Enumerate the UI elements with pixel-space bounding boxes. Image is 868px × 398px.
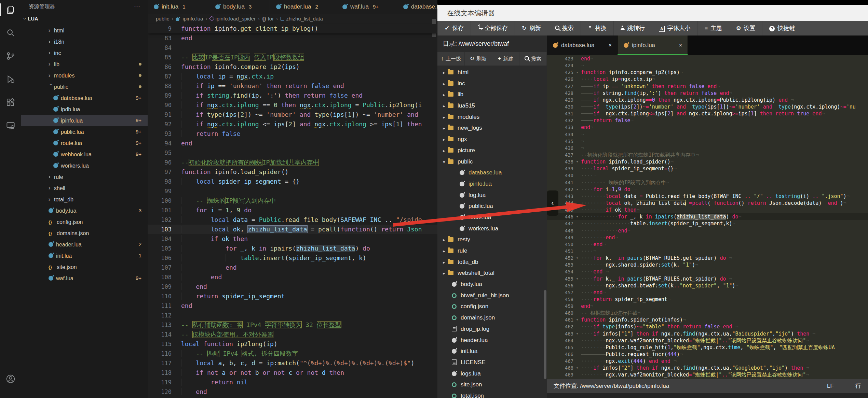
breadcrumb-item[interactable]: public <box>156 16 169 22</box>
server-tree-item-totla_db[interactable]: ▸totla_db <box>437 257 547 268</box>
source-control-icon[interactable] <box>4 49 17 63</box>
code-area-left[interactable]: 83end8485-- 比较IP是否在IP段内 传入IP段整数数组86funct… <box>148 33 437 397</box>
server-tree-item-total.json[interactable]: total.json <box>437 390 547 398</box>
collapse-panel-handle[interactable]: ‹ <box>547 190 558 216</box>
file-location: 文件位置: /www/server/btwaf/public/ipinfo.lu… <box>554 383 669 389</box>
toolbar-button-刷新[interactable]: ↻刷新 <box>515 21 548 35</box>
toolbar-button-替换[interactable]: 替换 <box>581 21 614 35</box>
server-tree-item-site.json[interactable]: site.json <box>437 379 547 390</box>
sidebar-item-config.json[interactable]: {}config.json <box>21 216 148 227</box>
extensions-icon[interactable] <box>4 96 17 109</box>
server-tree-item-public[interactable]: ▾public <box>437 156 547 168</box>
toolbar-button-快捷键[interactable]: ?快捷键 <box>762 21 802 35</box>
server-tree-item-modules[interactable]: ▸modules <box>437 112 547 123</box>
breadcrumb-item[interactable]: ipinfo.load_spider <box>215 16 256 22</box>
code-area-right[interactable]: 423end¬424¬425▾function ipinfo.compare_i… <box>547 55 868 379</box>
close-icon[interactable]: × <box>679 35 682 55</box>
run-debug-icon[interactable] <box>4 72 17 86</box>
server-tree-item-new_logs[interactable]: ▸new_logs <box>437 123 547 134</box>
sidebar-item-header.lua[interactable]: header.lua2 <box>21 239 148 250</box>
server-tree-item-LICENSE[interactable]: LICENSE <box>437 357 547 368</box>
server-tree-item-public.lua[interactable]: public.lua <box>437 201 547 212</box>
sidebar-item-body.lua[interactable]: body.lua3 <box>21 205 148 216</box>
sidebar-item-lib[interactable]: ›lib <box>21 58 148 70</box>
server-tree-item-config.json[interactable]: config.json <box>437 301 547 312</box>
server-tree-item-domains.json[interactable]: domains.json <box>437 312 547 324</box>
toolbar-button-搜索[interactable]: 搜索 <box>548 21 581 35</box>
sidebar-item-total_db[interactable]: ›total_db <box>21 194 148 205</box>
tree-toolbar-button-搜索[interactable]: 搜索 <box>519 52 547 66</box>
sidebar-item-shell[interactable]: ›shell <box>21 182 148 194</box>
server-tree-item-html[interactable]: ▸html <box>437 67 547 78</box>
server-tree-item-rule[interactable]: ▸rule <box>437 245 547 257</box>
server-tree-item-header.lua[interactable]: header.lua <box>437 335 547 346</box>
online-code-editor[interactable]: database.lua×ipinfo.lua× 423end¬424¬425▾… <box>547 35 868 398</box>
breadcrumb[interactable]: public› ipinfo.lua›ipinfo.load_spider›{}… <box>148 14 437 24</box>
server-tree-item-body.lua[interactable]: body.lua <box>437 279 547 290</box>
explorer-icon[interactable] <box>4 3 17 16</box>
server-tree-item-ngx[interactable]: ▸ngx <box>437 134 547 145</box>
sidebar-item-public.lua[interactable]: public.lua9+ <box>21 126 148 137</box>
editor-tab-header.lua[interactable]: header.lua2 <box>270 0 336 14</box>
server-tree-item-inc[interactable]: ▸inc <box>437 78 547 89</box>
editor-tab-body.lua[interactable]: body.lua3 <box>209 0 270 14</box>
sidebar-item-ipdb.lua[interactable]: ipdb.lua <box>21 103 148 115</box>
tree-toolbar-button-上一级[interactable]: ↑上一级 <box>437 52 465 66</box>
sidebar-item-modules[interactable]: ›modules <box>21 70 148 81</box>
line-indicator[interactable]: 行444 <box>855 379 868 393</box>
toolbar-button-主题[interactable]: ≡主题 <box>698 21 729 35</box>
tree-toolbar-button-新建[interactable]: +新建 <box>492 52 519 66</box>
search-icon[interactable] <box>4 26 17 40</box>
sidebar-section-lua[interactable]: ›LUA <box>21 13 148 25</box>
server-tree-item-route.lua[interactable]: route.lua <box>437 212 547 223</box>
sidebar-item-html[interactable]: ›html <box>21 25 148 36</box>
sidebar-item-site.json[interactable]: {}site.json <box>21 261 148 272</box>
sidebar-item-domains.json[interactable]: {}domains.json <box>21 227 148 239</box>
sidebar-item-waf.lua[interactable]: waf.lua9+ <box>21 272 148 284</box>
account-icon[interactable] <box>4 372 17 386</box>
server-tree-item-logs.lua[interactable]: logs.lua <box>437 368 547 380</box>
code-editor-left[interactable]: init.lua1body.lua3header.lua2waf.lua9+da… <box>148 0 437 398</box>
online-tab-database.lua[interactable]: database.lua× <box>547 35 618 55</box>
sidebar-item-i18n[interactable]: ›i18n <box>21 36 148 47</box>
tree-scrollbar[interactable] <box>544 290 546 379</box>
server-tree-item-resty[interactable]: ▸resty <box>437 234 547 245</box>
server-tree-item-btwaf_rule_hit.json[interactable]: btwaf_rule_hit.json <box>437 290 547 301</box>
server-tree-item-lua515[interactable]: ▸lua515 <box>437 100 547 112</box>
sidebar-item-webhook.lua[interactable]: webhook.lua9+ <box>21 148 148 160</box>
eol-indicator[interactable]: LF <box>827 379 834 393</box>
sidebar-item-workers.lua[interactable]: workers.lua <box>21 160 148 171</box>
toolbar-button-保存[interactable]: ✓保存 <box>437 21 471 35</box>
sidebar-item-init.lua[interactable]: init.lua1 <box>21 250 148 261</box>
sidebar-item-ipinfo.lua[interactable]: ipinfo.lua9+ <box>21 115 148 126</box>
server-tree-item-webshell_total[interactable]: ▸webshell_total <box>437 268 547 279</box>
toolbar-button-全部保存[interactable]: 全部保存 <box>471 21 515 35</box>
breadcrumb-item[interactable]: zhizhu_list_data <box>286 16 323 22</box>
sidebar-item-database.lua[interactable]: database.lua9+ <box>21 92 148 103</box>
tree-toolbar-button-刷新[interactable]: ↻刷新 <box>465 52 492 66</box>
editor-tab-init.lua[interactable]: init.lua1 <box>148 0 209 14</box>
sidebar-item-route.lua[interactable]: route.lua9+ <box>21 137 148 148</box>
server-tree-item-init.lua[interactable]: init.lua <box>437 346 547 357</box>
server-tree-item-log.lua[interactable]: log.lua <box>437 190 547 201</box>
remote-explorer-icon[interactable] <box>4 119 17 132</box>
online-tab-ipinfo.lua[interactable]: ipinfo.lua× <box>618 35 688 55</box>
server-tree-item-lib[interactable]: ▸lib <box>437 89 547 100</box>
server-tree-item-workers.lua[interactable]: workers.lua <box>437 223 547 234</box>
sidebar-item-rule[interactable]: ›rule <box>21 171 148 182</box>
server-tree-item-picture[interactable]: ▸picture <box>437 145 547 156</box>
sidebar-item-public[interactable]: ›public <box>21 81 148 92</box>
toolbar-button-设置[interactable]: ⚙设置 <box>729 21 762 35</box>
toolbar-button-字体大小[interactable]: A字体大小 <box>652 21 698 35</box>
breadcrumb-item[interactable]: ipinfo.lua <box>182 16 203 22</box>
breadcrumb-item[interactable]: for <box>268 16 274 22</box>
editor-tab-database.lua[interactable]: database.lua9+ <box>397 0 437 14</box>
toolbar-button-跳转行[interactable]: 跳转行 <box>614 21 652 35</box>
more-actions-icon[interactable]: ··· <box>134 0 140 13</box>
server-tree-item-ipinfo.lua[interactable]: ipinfo.lua <box>437 179 547 190</box>
editor-tab-waf.lua[interactable]: waf.lua9+ <box>336 0 397 14</box>
sidebar-item-inc[interactable]: ›inc <box>21 47 148 58</box>
close-icon[interactable]: × <box>609 35 612 55</box>
server-tree-item-drop_ip.log[interactable]: drop_ip.log <box>437 324 547 335</box>
server-tree-item-database.lua[interactable]: database.lua <box>437 167 547 179</box>
